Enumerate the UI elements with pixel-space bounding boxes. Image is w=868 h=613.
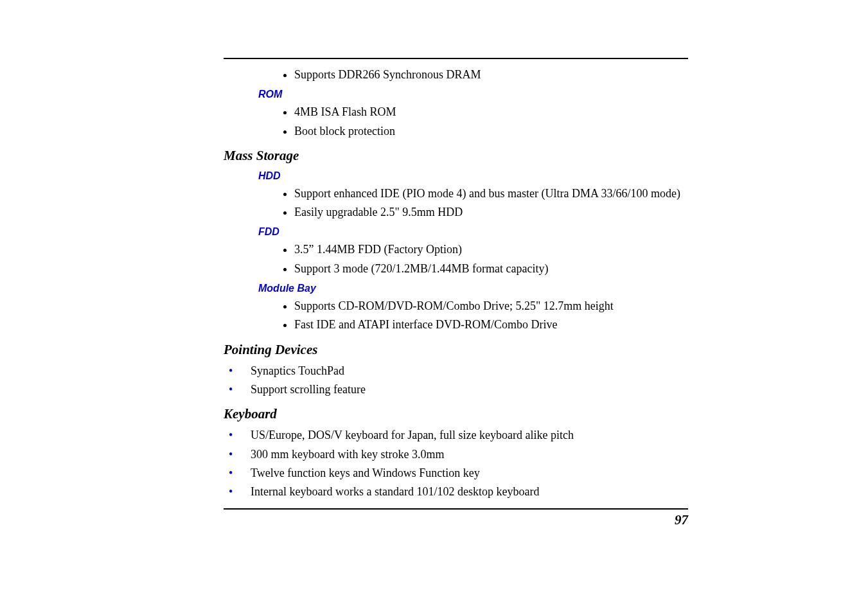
top-rule [224,58,688,59]
list-item: Support 3 mode (720/1.2MB/1.44MB format … [294,261,688,276]
fdd-list: 3.5” 1.44MB FDD (Factory Option) Support… [294,242,688,276]
list-item: Supports DDR266 Synchronous DRAM [294,67,688,82]
keyboard-heading: Keyboard [224,406,688,422]
pointing-devices-heading: Pointing Devices [224,342,688,358]
list-item: Internal keyboard works a standard 101/1… [224,484,688,499]
rom-list: 4MB ISA Flash ROM Boot block protection [294,104,688,139]
bottom-rule [224,508,688,510]
hdd-heading: HDD [258,170,688,182]
list-item: Boot block protection [294,123,688,139]
list-item: Easily upgradable 2.5" 9.5mm HDD [294,204,688,220]
document-page: Supports DDR266 Synchronous DRAM ROM 4MB… [0,0,868,613]
list-item: 300 mm keyboard with key stroke 3.0mm [224,447,688,462]
list-item: 3.5” 1.44MB FDD (Factory Option) [294,242,688,257]
mass-storage-heading: Mass Storage [224,148,688,164]
list-item: Synaptics TouchPad [224,363,688,378]
list-item: Twelve function keys and Windows Functio… [224,465,688,481]
rom-heading: ROM [258,89,688,100]
top-continuation-list: Supports DDR266 Synchronous DRAM [294,67,688,82]
list-item: Supports CD-ROM/DVD-ROM/Combo Drive; 5.2… [294,298,688,314]
page-number: 97 [224,512,688,528]
hdd-list: Support enhanced IDE (PIO mode 4) and bu… [294,186,688,220]
fdd-heading: FDD [258,226,688,238]
pointing-devices-list: Synaptics TouchPad Support scrolling fea… [224,363,688,398]
list-item: 4MB ISA Flash ROM [294,104,688,120]
keyboard-list: US/Europe, DOS/V keyboard for Japan, ful… [224,427,688,499]
list-item: Support enhanced IDE (PIO mode 4) and bu… [294,186,688,201]
module-bay-list: Supports CD-ROM/DVD-ROM/Combo Drive; 5.2… [294,298,688,333]
list-item: Fast IDE and ATAPI interface DVD-ROM/Com… [294,317,688,332]
list-item: Support scrolling feature [224,382,688,397]
module-bay-heading: Module Bay [258,283,688,294]
list-item: US/Europe, DOS/V keyboard for Japan, ful… [224,427,688,443]
